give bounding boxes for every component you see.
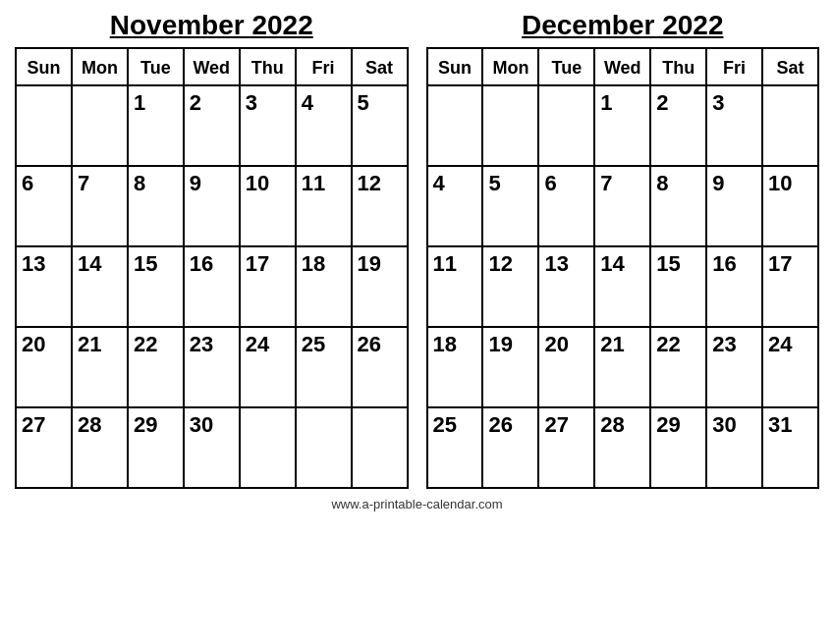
dec-day-cell: 1: [594, 85, 650, 166]
dec-col-wed: Wed: [594, 48, 650, 85]
nov-col-tue: Tue: [128, 48, 184, 85]
november-header-row: Sun Mon Tue Wed Thu Fri Sat: [16, 48, 408, 85]
nov-day-cell: 11: [296, 166, 352, 246]
dec-day-cell: 17: [762, 246, 818, 327]
dec-day-cell: 15: [650, 246, 706, 327]
nov-day-cell: 24: [240, 327, 296, 407]
nov-day-cell: 29: [128, 407, 184, 488]
dec-day-cell: 7: [594, 166, 650, 246]
nov-day-cell: [240, 407, 296, 488]
nov-day-cell: 1: [128, 85, 184, 166]
dec-day-cell: 5: [482, 166, 538, 246]
november-calendar: November 2022 Sun Mon Tue Wed Thu Fri Sa…: [15, 10, 409, 489]
dec-week-row: 123: [427, 85, 819, 166]
nov-day-cell: 22: [128, 327, 184, 407]
nov-day-cell: [352, 407, 408, 488]
dec-day-cell: 29: [650, 407, 706, 488]
dec-day-cell: [538, 85, 594, 166]
nov-day-cell: 12: [352, 166, 408, 246]
nov-day-cell: 2: [184, 85, 240, 166]
nov-day-cell: 7: [72, 166, 128, 246]
dec-day-cell: [482, 85, 538, 166]
calendars-wrapper: November 2022 Sun Mon Tue Wed Thu Fri Sa…: [15, 10, 819, 489]
dec-col-mon: Mon: [482, 48, 538, 85]
dec-week-row: 18192021222324: [427, 327, 819, 407]
dec-day-cell: 4: [427, 166, 483, 246]
nov-day-cell: 13: [16, 246, 72, 327]
nov-day-cell: 25: [296, 327, 352, 407]
nov-day-cell: 19: [352, 246, 408, 327]
dec-day-cell: [762, 85, 818, 166]
nov-day-cell: [72, 85, 128, 166]
dec-day-cell: 2: [650, 85, 706, 166]
dec-day-cell: 30: [706, 407, 762, 488]
november-title: November 2022: [15, 10, 409, 41]
nov-week-row: 27282930: [16, 407, 408, 488]
nov-day-cell: 27: [16, 407, 72, 488]
dec-day-cell: 20: [538, 327, 594, 407]
nov-col-wed: Wed: [184, 48, 240, 85]
nov-day-cell: 23: [184, 327, 240, 407]
nov-day-cell: 16: [184, 246, 240, 327]
dec-day-cell: 13: [538, 246, 594, 327]
nov-day-cell: 9: [184, 166, 240, 246]
nov-day-cell: 5: [352, 85, 408, 166]
nov-day-cell: [296, 407, 352, 488]
nov-day-cell: 28: [72, 407, 128, 488]
dec-day-cell: 16: [706, 246, 762, 327]
dec-col-tue: Tue: [538, 48, 594, 85]
dec-day-cell: 25: [427, 407, 483, 488]
dec-col-sat: Sat: [762, 48, 818, 85]
dec-col-fri: Fri: [706, 48, 762, 85]
dec-week-row: 25262728293031: [427, 407, 819, 488]
dec-day-cell: 8: [650, 166, 706, 246]
nov-day-cell: 21: [72, 327, 128, 407]
nov-day-cell: 20: [16, 327, 72, 407]
nov-col-fri: Fri: [296, 48, 352, 85]
nov-col-mon: Mon: [72, 48, 128, 85]
dec-day-cell: 14: [594, 246, 650, 327]
dec-day-cell: 3: [706, 85, 762, 166]
dec-day-cell: 18: [427, 327, 483, 407]
dec-day-cell: 10: [762, 166, 818, 246]
november-table: Sun Mon Tue Wed Thu Fri Sat 123456789101…: [15, 47, 409, 489]
nov-day-cell: 17: [240, 246, 296, 327]
nov-day-cell: 10: [240, 166, 296, 246]
nov-day-cell: 14: [72, 246, 128, 327]
dec-day-cell: 23: [706, 327, 762, 407]
nov-day-cell: 4: [296, 85, 352, 166]
december-table: Sun Mon Tue Wed Thu Fri Sat 123456789101…: [426, 47, 820, 489]
nov-day-cell: 8: [128, 166, 184, 246]
nov-day-cell: 26: [352, 327, 408, 407]
dec-day-cell: 26: [482, 407, 538, 488]
dec-day-cell: 9: [706, 166, 762, 246]
dec-day-cell: [427, 85, 483, 166]
nov-week-row: 20212223242526: [16, 327, 408, 407]
nov-col-sat: Sat: [352, 48, 408, 85]
dec-day-cell: 19: [482, 327, 538, 407]
dec-day-cell: 11: [427, 246, 483, 327]
nov-col-sun: Sun: [16, 48, 72, 85]
nov-week-row: 6789101112: [16, 166, 408, 246]
nov-day-cell: 15: [128, 246, 184, 327]
dec-week-row: 45678910: [427, 166, 819, 246]
dec-week-row: 11121314151617: [427, 246, 819, 327]
december-header-row: Sun Mon Tue Wed Thu Fri Sat: [427, 48, 819, 85]
dec-day-cell: 27: [538, 407, 594, 488]
dec-day-cell: 22: [650, 327, 706, 407]
dec-day-cell: 21: [594, 327, 650, 407]
nov-day-cell: 6: [16, 166, 72, 246]
nov-col-thu: Thu: [240, 48, 296, 85]
dec-day-cell: 12: [482, 246, 538, 327]
footer-url: www.a-printable-calendar.com: [331, 497, 502, 511]
dec-col-sun: Sun: [427, 48, 483, 85]
dec-col-thu: Thu: [650, 48, 706, 85]
nov-week-row: 12345: [16, 85, 408, 166]
dec-day-cell: 24: [762, 327, 818, 407]
dec-day-cell: 28: [594, 407, 650, 488]
nov-day-cell: 18: [296, 246, 352, 327]
nov-day-cell: 3: [240, 85, 296, 166]
nov-week-row: 13141516171819: [16, 246, 408, 327]
nov-day-cell: [16, 85, 72, 166]
dec-day-cell: 31: [762, 407, 818, 488]
